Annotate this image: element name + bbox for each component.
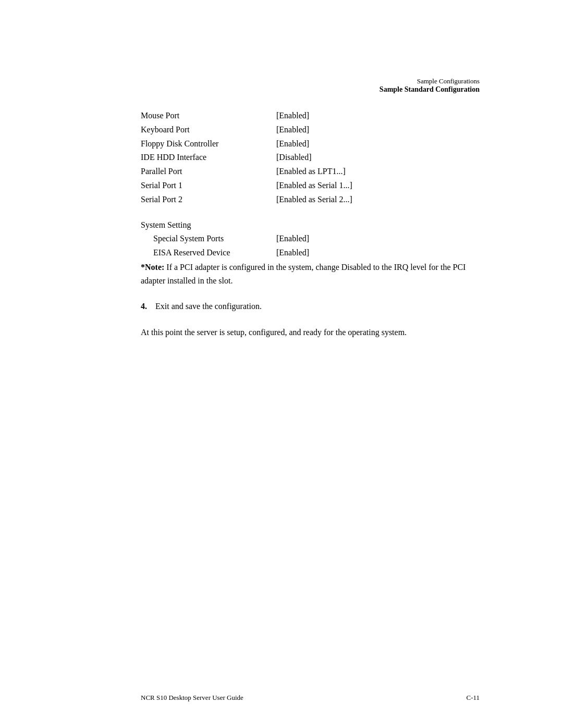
- item-value: [Enabled]: [276, 246, 309, 260]
- header-top-line: Sample Configurations: [380, 77, 480, 85]
- item-label: Keyboard Port: [141, 124, 276, 137]
- table-row: IDE HDD Interface[Disabled]: [141, 151, 485, 164]
- footer-right: C-11: [466, 694, 480, 702]
- item-label: Mouse Port: [141, 109, 276, 122]
- header-section: Sample Configurations Sample Standard Co…: [380, 77, 480, 94]
- table-row: Mouse Port[Enabled]: [141, 109, 485, 122]
- sub-config-table: Special System Ports[Enabled]EISA Reserv…: [141, 232, 485, 260]
- item-label: EISA Reserved Device: [153, 246, 276, 260]
- item-label: IDE HDD Interface: [141, 151, 276, 164]
- final-paragraph: At this point the server is setup, confi…: [141, 326, 485, 339]
- item-label: Special System Ports: [153, 232, 276, 245]
- item-value: [Enabled as Serial 2...]: [276, 193, 352, 206]
- note-text: If a PCI adapter is configured in the sy…: [141, 263, 466, 285]
- footer: NCR S10 Desktop Server User Guide C-11: [0, 694, 563, 702]
- item-label: Serial Port 1: [141, 179, 276, 192]
- note-paragraph: *Note: If a PCI adapter is configured in…: [141, 261, 485, 287]
- item-value: [Enabled]: [276, 124, 309, 137]
- system-setting-label: System Setting: [141, 219, 485, 232]
- item-label: Serial Port 2: [141, 193, 276, 206]
- item-label: Floppy Disk Controller: [141, 138, 276, 151]
- main-content: Mouse Port[Enabled]Keyboard Port[Enabled…: [141, 109, 485, 352]
- config-table: Mouse Port[Enabled]Keyboard Port[Enabled…: [141, 109, 485, 206]
- table-row: Floppy Disk Controller[Enabled]: [141, 138, 485, 151]
- header-bold-line: Sample Standard Configuration: [380, 85, 480, 94]
- page-container: Sample Configurations Sample Standard Co…: [0, 0, 563, 728]
- item-value: [Enabled]: [276, 138, 309, 151]
- table-row: Special System Ports[Enabled]: [141, 232, 485, 245]
- table-row: Keyboard Port[Enabled]: [141, 124, 485, 137]
- item-value: [Enabled]: [276, 109, 309, 122]
- item-value: [Enabled]: [276, 232, 309, 245]
- item-value: [Disabled]: [276, 151, 312, 164]
- item-value: [Enabled as LPT1...]: [276, 165, 346, 178]
- table-row: Serial Port 2[Enabled as Serial 2...]: [141, 193, 485, 206]
- step4-number: 4.: [141, 300, 151, 313]
- table-row: Serial Port 1[Enabled as Serial 1...]: [141, 179, 485, 192]
- step4-paragraph: 4. Exit and save the configuration.: [141, 300, 485, 313]
- step4-text: Exit and save the configuration.: [155, 300, 262, 313]
- item-value: [Enabled as Serial 1...]: [276, 179, 352, 192]
- table-row: EISA Reserved Device[Enabled]: [141, 246, 485, 260]
- footer-left: NCR S10 Desktop Server User Guide: [141, 694, 243, 702]
- table-row: Parallel Port[Enabled as LPT1...]: [141, 165, 485, 178]
- item-label: Parallel Port: [141, 165, 276, 178]
- note-bold: *Note:: [141, 263, 164, 272]
